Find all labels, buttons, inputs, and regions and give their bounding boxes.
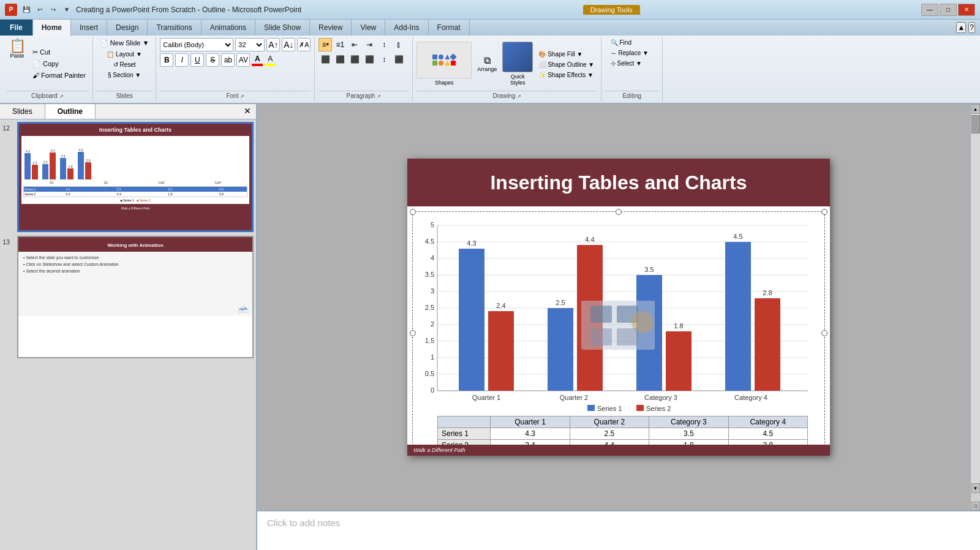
bar-c4-s2[interactable] <box>755 298 780 391</box>
font-name-select[interactable]: Calibri (Body) <box>160 38 233 51</box>
replace-button[interactable]: ↔ Replace ▼ <box>608 48 657 58</box>
group-slides: 📄 New Slide ▼ 📋 Layout ▼ ↺ Reset § Secti… <box>93 37 157 102</box>
minimize-button[interactable]: — <box>921 4 938 16</box>
svg-text:1.8: 1.8 <box>674 322 683 330</box>
char-spacing-button[interactable]: AV <box>236 53 250 67</box>
align-right-button[interactable]: ⬛ <box>348 53 361 66</box>
tab-slides[interactable]: Slides <box>0 104 45 119</box>
tab-transitions[interactable]: Transitions <box>148 20 201 36</box>
justify-button[interactable]: ⬛ <box>363 53 376 66</box>
svg-text:3: 3 <box>431 287 434 295</box>
maximize-button[interactable]: □ <box>940 4 957 16</box>
scroll-thumb[interactable] <box>971 115 980 134</box>
bar-q1-s2[interactable] <box>488 311 514 391</box>
select-button[interactable]: ⊹ Select ▼ <box>608 59 657 68</box>
customize-button[interactable]: ▼ <box>61 4 72 15</box>
handle-tc[interactable] <box>616 209 622 215</box>
svg-text:Series 1: Series 1 <box>597 405 622 412</box>
shapes-gallery[interactable] <box>417 42 472 78</box>
redo-button[interactable]: ↪ <box>48 4 59 15</box>
align-center-button[interactable]: ⬛ <box>333 53 347 66</box>
smart-art-button[interactable]: ⬛ <box>392 53 405 66</box>
vertical-scrollbar[interactable]: ▲ ▼ ◻ <box>970 104 980 510</box>
bold-button[interactable]: B <box>160 53 173 67</box>
slide-list[interactable]: 12 Inserting Tables and Charts 4.3 2.4 <box>0 119 256 550</box>
shape-effects-button[interactable]: ✨ Shape Effects ▼ <box>535 70 597 80</box>
svg-rect-41 <box>590 328 612 345</box>
tab-animations[interactable]: Animations <box>202 20 255 36</box>
tab-view[interactable]: View <box>352 20 385 36</box>
ribbon-minimize-button[interactable]: ▲ <box>956 22 966 33</box>
numbering-button[interactable]: ≡1 <box>333 38 347 51</box>
slide-area: ▲ ▼ ◻ Inserting Tables and Charts <box>257 104 980 550</box>
undo-button[interactable]: ↩ <box>34 4 45 15</box>
slide-thumbnail-12[interactable]: Inserting Tables and Charts 4.3 2.4 <box>17 122 254 232</box>
bullets-button[interactable]: ≡• <box>318 38 332 51</box>
save-button[interactable]: 💾 <box>21 4 32 15</box>
text-direction-button[interactable]: ↕ <box>377 53 391 66</box>
tab-review[interactable]: Review <box>310 20 352 36</box>
tab-design[interactable]: Design <box>107 20 148 36</box>
font-controls: Calibri (Body) 32 A↑ A↓ ✗A B I U S ab AV <box>160 38 311 89</box>
align-left-button[interactable]: ⬛ <box>318 53 332 66</box>
decrease-indent-button[interactable]: ⇤ <box>348 38 361 51</box>
bar-c4-s1[interactable] <box>725 242 751 391</box>
scroll-up-arrow[interactable]: ▲ <box>971 104 980 114</box>
tab-slideshow[interactable]: Slide Show <box>255 20 310 36</box>
clear-format-button[interactable]: ✗A <box>297 38 311 51</box>
layout-button[interactable]: 📋 Layout ▼ <box>104 50 145 59</box>
tab-file[interactable]: File <box>0 20 33 36</box>
columns-button[interactable]: ⫿ <box>392 38 405 51</box>
handle-tl[interactable] <box>410 209 416 215</box>
tab-outline[interactable]: Outline <box>45 104 96 119</box>
chart-content-area[interactable]: 5 4.5 4 3.5 3 2.5 2 1.5 1 0.5 0 <box>412 211 825 455</box>
text-highlight-button[interactable]: A <box>265 55 276 66</box>
copy-button[interactable]: 📄 Copy <box>29 59 89 69</box>
font-color-button[interactable]: A <box>252 55 263 66</box>
increase-font-button[interactable]: A↑ <box>266 38 280 51</box>
paste-button[interactable]: 📋 Paste <box>6 38 28 60</box>
handle-ml[interactable] <box>410 330 416 336</box>
underline-button[interactable]: U <box>190 53 204 67</box>
tab-home[interactable]: Home <box>33 20 71 37</box>
find-button[interactable]: 🔍 Find <box>608 38 657 47</box>
bar-q1-s1[interactable] <box>459 249 484 391</box>
arrange-button[interactable]: ⧉ Arrange <box>474 53 500 74</box>
tab-insert[interactable]: Insert <box>71 20 107 36</box>
decrease-font-button[interactable]: A↓ <box>282 38 295 51</box>
reset-button[interactable]: ↺ Reset <box>110 60 139 69</box>
align-buttons-row: ⬛ ⬛ ⬛ ⬛ ↕ ⬛ <box>318 53 405 66</box>
font-size-select[interactable]: 32 <box>235 38 265 51</box>
tab-addins[interactable]: Add-Ins <box>385 20 428 36</box>
sidebar-close-button[interactable]: ✕ <box>239 104 256 119</box>
tab-format[interactable]: Format <box>429 20 470 36</box>
italic-button[interactable]: I <box>175 53 189 67</box>
scroll-down-arrow[interactable]: ▼ <box>971 483 980 493</box>
bar-c3-s2[interactable] <box>666 331 692 391</box>
strikethrough-button[interactable]: S <box>206 53 219 67</box>
close-button[interactable]: ✕ <box>958 4 975 16</box>
handle-tr[interactable] <box>821 209 827 215</box>
format-painter-button[interactable]: 🖌 Format Painter <box>29 70 89 80</box>
shape-outline-button[interactable]: ⬜ Shape Outline ▼ <box>535 60 597 69</box>
quick-styles-gallery[interactable] <box>502 42 533 72</box>
help-button[interactable]: ? <box>968 22 975 33</box>
shape-fill-button[interactable]: 🎨 Shape Fill ▼ <box>535 50 597 59</box>
notes-area[interactable]: Click to add notes <box>257 510 980 550</box>
bar-q2-s1[interactable] <box>548 308 573 391</box>
drawing-tools-tab[interactable]: Drawing Tools <box>583 5 640 15</box>
slide-thumbnail-13[interactable]: Working with Animation • Select the slid… <box>17 236 254 358</box>
editing-buttons: 🔍 Find ↔ Replace ▼ ⊹ Select ▼ <box>605 38 658 89</box>
new-slide-button[interactable]: 📄 New Slide ▼ <box>97 38 153 48</box>
shadow-button[interactable]: ab <box>221 53 235 67</box>
svg-text:4.3: 4.3 <box>467 239 476 247</box>
cell-s1-c4: 4.5 <box>728 428 807 440</box>
cut-button[interactable]: ✂ Cut <box>29 47 89 58</box>
handle-mr[interactable] <box>821 330 827 336</box>
section-button[interactable]: § Section ▼ <box>105 70 144 80</box>
increase-indent-button[interactable]: ⇥ <box>363 38 376 51</box>
line-spacing-button[interactable]: ↕ <box>377 38 391 51</box>
slide-canvas-container[interactable]: ▲ ▼ ◻ Inserting Tables and Charts <box>257 104 980 510</box>
paste-label: Paste <box>10 53 24 59</box>
svg-text:2: 2 <box>431 320 434 328</box>
